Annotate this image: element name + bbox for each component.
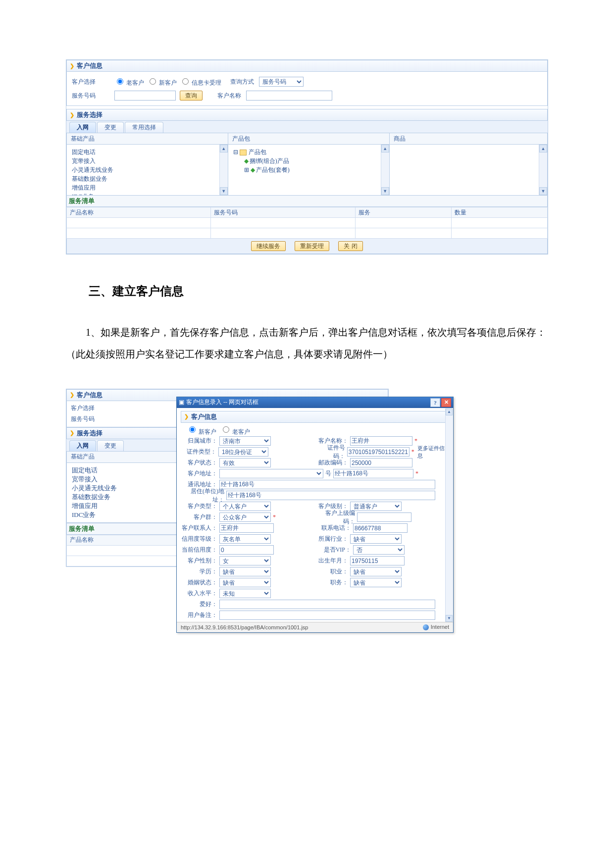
tab-join[interactable]: 入网 bbox=[69, 122, 96, 133]
dialog-statusbar: http://134.32.9.166:8531/page/IBA/common… bbox=[177, 622, 453, 632]
input-addr-detail[interactable] bbox=[333, 469, 413, 478]
input-idno[interactable] bbox=[347, 447, 409, 457]
input-liveaddr[interactable] bbox=[226, 491, 435, 500]
input-custname[interactable] bbox=[350, 436, 412, 446]
close-button[interactable]: 关 闭 bbox=[338, 241, 362, 251]
service-tabs: 入网 变更 常用选择 bbox=[66, 121, 548, 133]
chevron-right-icon: ❯ bbox=[183, 414, 189, 420]
select-income[interactable]: 未知 bbox=[219, 589, 271, 598]
redo-button[interactable]: 重新受理 bbox=[295, 241, 329, 251]
radio-card[interactable]: 信息卡受理 bbox=[180, 77, 221, 87]
label-industry: 所属行业： bbox=[318, 535, 350, 543]
label-status: 客户状态： bbox=[181, 459, 219, 467]
scrollbar[interactable]: ▲ ▼ bbox=[539, 145, 547, 195]
select-edu[interactable]: 缺省 bbox=[219, 567, 271, 576]
input-contact[interactable] bbox=[219, 523, 274, 533]
scrollbar[interactable]: ▲ ▼ bbox=[219, 145, 228, 195]
section-customer-info: ❯ 客户信息 bbox=[66, 60, 548, 72]
list-item[interactable]: 增值应用 bbox=[72, 183, 223, 192]
leaf-icon: ◆ bbox=[251, 166, 255, 173]
select-vip[interactable]: 否 bbox=[353, 545, 405, 555]
select-credit[interactable]: 灰名单 bbox=[219, 534, 271, 544]
scroll-up-icon[interactable]: ▲ bbox=[446, 408, 453, 415]
label-marital: 婚姻状态： bbox=[181, 578, 219, 587]
select-sex[interactable]: 女 bbox=[219, 556, 271, 565]
dialog-scrollbar[interactable]: ▲▼ bbox=[445, 408, 453, 622]
dialog-titlebar: ▣客户信息录入 -- 网页对话框 ? ✕ bbox=[177, 397, 453, 408]
radio-old-customer[interactable]: 老客户 bbox=[114, 77, 144, 87]
input-commaddr[interactable] bbox=[219, 480, 435, 489]
help-button[interactable]: ? bbox=[430, 398, 440, 407]
list-item[interactable]: 固定电话 bbox=[72, 148, 223, 156]
internet-icon bbox=[423, 624, 429, 630]
label-contact: 客户联系人： bbox=[181, 524, 219, 532]
continue-button[interactable]: 继续服务 bbox=[251, 241, 286, 251]
select-query-mode[interactable]: 服务号码 bbox=[259, 77, 304, 87]
select-duty[interactable]: 缺省 bbox=[350, 578, 402, 587]
scroll-down-icon[interactable]: ▼ bbox=[220, 187, 228, 195]
tree-node[interactable]: ⊞ ◆产品包(套餐) bbox=[233, 165, 384, 174]
label-customer-select: 客户选择 bbox=[71, 404, 95, 412]
select-addr[interactable] bbox=[219, 469, 323, 478]
list-item[interactable]: 宽带接入 bbox=[72, 156, 223, 165]
service-list-table: 产品名称 服务号码 服务 数量 bbox=[66, 207, 548, 239]
input-parent[interactable] bbox=[357, 512, 411, 522]
select-status[interactable]: 有效 bbox=[219, 458, 271, 467]
list-item[interactable]: IDC业务 bbox=[72, 192, 223, 195]
link-more-id[interactable]: 更多证件信息 bbox=[417, 445, 449, 460]
scroll-up-icon[interactable]: ▲ bbox=[381, 145, 389, 153]
radio-new-customer[interactable]: 新客户 bbox=[187, 424, 216, 436]
input-phone[interactable] bbox=[353, 523, 408, 533]
label-edu: 学历： bbox=[181, 567, 219, 576]
tab-join[interactable]: 入网 bbox=[69, 440, 96, 451]
radio-new-customer[interactable]: 新客户 bbox=[147, 77, 177, 87]
select-idtype[interactable]: 18位身份证 bbox=[218, 447, 268, 457]
label-addr-unit: 号 bbox=[325, 469, 331, 478]
tab-common[interactable]: 常用选择 bbox=[125, 122, 163, 133]
select-marital[interactable]: 缺省 bbox=[219, 578, 271, 587]
select-clevel[interactable]: 普通客户 bbox=[350, 502, 402, 511]
tab-change[interactable]: 变更 bbox=[97, 122, 124, 133]
select-industry[interactable]: 缺省 bbox=[350, 534, 402, 544]
scroll-down-icon[interactable]: ▼ bbox=[446, 615, 453, 622]
table-row bbox=[67, 228, 548, 239]
select-city[interactable]: 济南市 bbox=[219, 436, 271, 446]
label-customer-select: 客户选择 bbox=[72, 78, 107, 86]
list-item[interactable]: 基础数据业务 bbox=[72, 174, 223, 183]
input-zip[interactable] bbox=[350, 458, 412, 467]
required-icon: * bbox=[415, 470, 418, 477]
scroll-down-icon[interactable]: ▼ bbox=[381, 187, 389, 195]
input-birth[interactable] bbox=[350, 556, 405, 565]
input-remark[interactable] bbox=[219, 611, 435, 620]
th-product: 产品名称 bbox=[67, 207, 211, 218]
close-button[interactable]: ✕ bbox=[441, 398, 451, 407]
select-cgroup[interactable]: 公众客户 bbox=[219, 512, 271, 522]
th-serviceno: 服务号码 bbox=[211, 207, 355, 218]
scroll-down-icon[interactable]: ▼ bbox=[539, 187, 547, 195]
select-job[interactable]: 缺省 bbox=[350, 567, 402, 576]
radio-old-customer[interactable]: 老客户 bbox=[220, 424, 250, 436]
select-ctype[interactable]: 个人客户 bbox=[219, 502, 271, 511]
screenshot-bottom: ❯客户信息 客户选择 服务号码 ❯服务选择 入网变更 基础产品 固定电话 宽带接… bbox=[66, 389, 548, 567]
input-hobby[interactable] bbox=[219, 600, 435, 609]
table-row bbox=[67, 218, 548, 228]
input-customer-name[interactable] bbox=[246, 91, 332, 101]
list-item[interactable]: 小灵通无线业务 bbox=[72, 165, 223, 174]
scroll-up-icon[interactable]: ▲ bbox=[220, 145, 228, 153]
scrollbar[interactable]: ▲ ▼ bbox=[381, 145, 389, 195]
label-idtype: 证件类型： bbox=[181, 448, 218, 456]
query-button[interactable]: 查询 bbox=[180, 91, 203, 101]
package-tree: ⊟ 产品包 ◆捆绑(组合)产品 ⊞ ◆产品包(套餐) bbox=[228, 145, 389, 177]
tree-node[interactable]: ◆捆绑(组合)产品 bbox=[233, 156, 384, 165]
label-service-no: 服务号码 bbox=[72, 92, 107, 100]
label-city: 归属城市： bbox=[181, 437, 219, 445]
required-icon: * bbox=[273, 513, 276, 521]
customer-info-dialog: ▣客户信息录入 -- 网页对话框 ? ✕ ▲▼ ❯客户信息 新客户 老客户 归属… bbox=[176, 397, 454, 633]
tab-change[interactable]: 变更 bbox=[97, 440, 124, 451]
scroll-up-icon[interactable]: ▲ bbox=[539, 145, 547, 153]
chevron-right-icon: ❯ bbox=[69, 112, 75, 118]
input-service-no[interactable] bbox=[114, 91, 176, 101]
document-text: 三、建立客户信息 1、如果是新客户，首先保存客户信息，点击新客户后，弹出客户信息… bbox=[66, 278, 548, 365]
tree-node[interactable]: ⊟ 产品包 bbox=[233, 148, 384, 156]
chevron-right-icon: ❯ bbox=[69, 392, 75, 398]
